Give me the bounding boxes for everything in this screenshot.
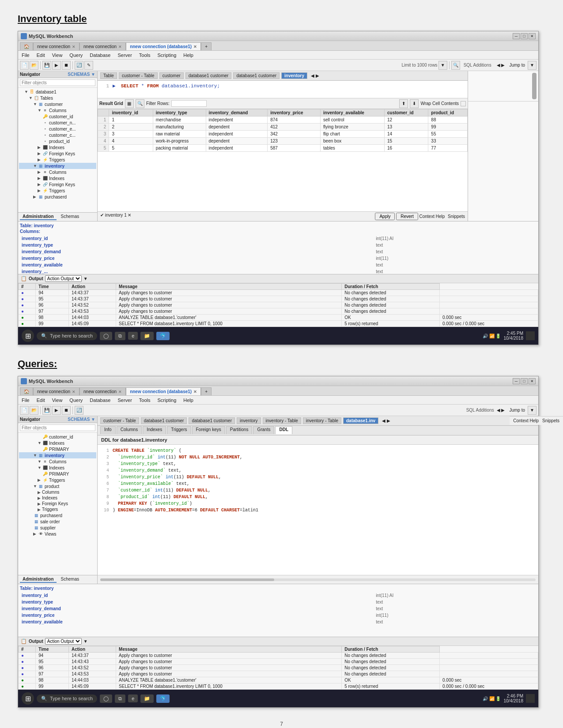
toolbar-save-1[interactable]: 💾 [42, 61, 51, 70]
tab-home-1[interactable]: 🏠 [20, 42, 33, 50]
col-inventory-demand-1[interactable]: inventory_demand [206, 109, 268, 116]
bc-inv-table-2[interactable]: inventory - Table [263, 417, 301, 424]
start-button-2[interactable]: ⊞ [22, 692, 34, 705]
filter-input-2[interactable] [20, 424, 95, 431]
toolbar-stop-2[interactable]: ⏹ [62, 406, 71, 415]
tab-1-1[interactable]: nnew connection ✕ [33, 42, 79, 50]
schemas-tab-1[interactable]: SCHEMAS ▼ [68, 72, 95, 77]
bc-db-inv-2[interactable]: database1.inv [343, 417, 378, 424]
tree-customer-id-col-1[interactable]: 🔑 customer_id [19, 113, 96, 120]
tree-indexes-1[interactable]: ▶ ⬛ Indexes [19, 144, 96, 150]
tree-inv-idx-2[interactable]: ▼ ⬛ Indexes [19, 465, 96, 471]
scrollbar-thumb-h-2[interactable] [100, 578, 274, 581]
maximize-button-2[interactable]: □ [521, 378, 528, 384]
tree-views-2[interactable]: ▶ 👁 Views [19, 531, 96, 537]
sub-tab-info-2[interactable]: Info [100, 426, 116, 434]
toolbar-open-1[interactable]: 📂 [30, 61, 38, 70]
tab-3-1[interactable]: nnew connection (database1) ✕ [126, 42, 201, 50]
toolbar-refresh-2[interactable]: 🔄 [75, 406, 83, 415]
sub-tab-columns-2[interactable]: Columns [117, 426, 142, 434]
bc-inventory-1[interactable]: inventory [281, 72, 307, 79]
tree-product-id-col-1[interactable]: ▪ product_id [19, 138, 96, 144]
col-customer-id-1[interactable]: customer_id [385, 109, 428, 116]
menu-view-2[interactable]: View [50, 397, 64, 403]
tree-columns-1[interactable]: ▼ ≡ Columns [19, 107, 96, 113]
tree-customer-c-col-1[interactable]: ▪ customer_c... [19, 132, 96, 138]
taskbar-explorer-1[interactable]: 📁 [140, 332, 154, 340]
tree-saleorder-2[interactable]: ▦ sale order [19, 518, 96, 525]
tree-prod-idx-2[interactable]: ▶Indexes [19, 495, 96, 501]
taskbar-task-view-2[interactable]: ⧉ [115, 694, 125, 703]
bc-more-2[interactable]: ◀ ▶ [380, 417, 392, 424]
tab-1-2[interactable]: nnew connection ✕ [33, 387, 79, 395]
menu-tools-1[interactable]: Tools [137, 52, 152, 58]
col-inventory-id-1[interactable]: inventory_id [109, 109, 153, 116]
bc-more-1[interactable]: ◀ ▶ [309, 72, 321, 79]
taskbar-cortana-1[interactable]: ◯ [100, 332, 112, 340]
import-btn-1[interactable]: ⬇ [410, 99, 419, 108]
close-button-2[interactable]: ✕ [529, 378, 536, 384]
menu-database-1[interactable]: Database [88, 52, 112, 58]
tab-2-1[interactable]: nnew connection ✕ [79, 42, 126, 50]
menu-help-2[interactable]: Help [181, 397, 195, 403]
col-inventory-type-1[interactable]: inventory_type [153, 109, 206, 116]
bc-db-customer2-1[interactable]: database1 customer [233, 72, 280, 79]
close-button-1[interactable]: ✕ [529, 33, 536, 39]
revert-btn-1[interactable]: Revert [396, 213, 418, 220]
taskbar-cortana-2[interactable]: ◯ [100, 694, 112, 703]
toolbar-run-1[interactable]: ▶ [52, 61, 61, 70]
toolbar-open-2[interactable]: 📂 [30, 406, 38, 415]
menu-help-1[interactable]: Help [181, 52, 195, 58]
tree-primary-2[interactable]: 🔑 PRIMARY [19, 446, 96, 452]
toolbar-save-2[interactable]: 💾 [42, 406, 51, 415]
bc-db-customer-1[interactable]: database1 customer [185, 72, 232, 79]
tree-supplier-2[interactable]: ▦ supplier [19, 525, 96, 531]
toolbar-mag-1[interactable]: 🔍 [451, 61, 460, 70]
sub-tab-indexes-2[interactable]: Indexes [143, 426, 166, 434]
minimize-button-2[interactable]: ─ [513, 378, 520, 384]
tab-2-2[interactable]: nnew connection ✕ [79, 387, 126, 395]
bc-db-cust2-2[interactable]: database1 customer [189, 417, 235, 424]
tree-purchaserd-2[interactable]: ▦ purchaserd [19, 512, 96, 518]
sub-tab-ddl-2[interactable]: DDL [275, 426, 292, 434]
menu-edit-1[interactable]: Edit [35, 52, 47, 58]
tab-close-icon[interactable]: ✕ [72, 45, 76, 49]
bc-customer-table-1[interactable]: customer - Table [119, 72, 158, 79]
tree-prod-cols-2[interactable]: ▶Columns [19, 489, 96, 495]
menu-file-2[interactable]: File [20, 397, 31, 403]
result-grid-btn-1[interactable]: ▦ [125, 99, 134, 108]
col-inventory-price-1[interactable]: inventory_price [268, 109, 321, 116]
toolbar-new-2[interactable]: 📄 [20, 406, 29, 415]
bc-cust-table-2[interactable]: customer - Table [100, 417, 139, 424]
sub-tab-partitions-2[interactable]: Partitions [226, 426, 253, 434]
taskbar-explorer-2[interactable]: 📁 [140, 694, 154, 703]
tab-close-icon-2c[interactable]: ✕ [193, 390, 197, 394]
tab-close-icon-2a[interactable]: ✕ [72, 390, 76, 394]
tree-inv-trg-2[interactable]: ▶ ⚡ Triggers [19, 477, 96, 483]
output-select-1[interactable]: Action Output [45, 275, 82, 282]
menu-scripting-2[interactable]: Scripting [156, 397, 178, 403]
tab-add-2[interactable]: + [201, 387, 212, 395]
wrap-checkbox-1[interactable] [461, 101, 466, 106]
tree-prod-fk-2[interactable]: ▶Foreign Keys [19, 501, 96, 507]
tree-customer-1[interactable]: ▼ ▦ customer [19, 101, 96, 107]
toolbar-stop-1[interactable]: ⏹ [62, 61, 71, 70]
taskbar-notification-1[interactable] [526, 331, 535, 340]
bc-table-1[interactable]: Table [100, 72, 117, 79]
tree-foreign-keys-1[interactable]: ▶ 🔗 Foreign Keys [19, 150, 96, 157]
tab-home-2[interactable]: 🏠 [20, 387, 33, 395]
filter-input-1[interactable] [20, 79, 95, 86]
sub-tab-triggers-2[interactable]: Triggers [167, 426, 191, 434]
sub-tab-fk-2[interactable]: Foreign keys [192, 426, 225, 434]
bc-inv-2[interactable]: inventory [237, 417, 261, 424]
bc-inv-table2-2[interactable]: inventory - Table [303, 417, 341, 424]
menu-server-1[interactable]: Server [116, 52, 133, 58]
taskbar-notification-2[interactable] [526, 694, 535, 703]
tree-triggers-1[interactable]: ▶ ⚡ Triggers [19, 157, 96, 163]
menu-server-2[interactable]: Server [116, 397, 133, 403]
apply-btn-1[interactable]: Apply [375, 213, 395, 220]
toolbar-run-2[interactable]: ▶ [52, 406, 61, 415]
tree-inventory-2[interactable]: ▼ ▦ inventory [19, 452, 96, 458]
toolbar-new-1[interactable]: 📄 [20, 61, 29, 70]
nav-tab-admin-1[interactable]: Administration [20, 214, 57, 220]
